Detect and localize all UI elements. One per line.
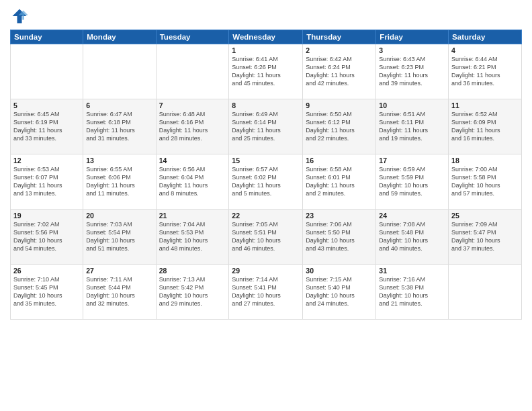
day-number: 12 xyxy=(13,156,80,165)
calendar-cell: 28Sunrise: 7:13 AM Sunset: 5:42 PM Dayli… xyxy=(156,265,229,320)
svg-marker-0 xyxy=(13,9,27,24)
day-number: 19 xyxy=(13,212,80,220)
day-number: 7 xyxy=(159,101,226,109)
day-number: 11 xyxy=(451,101,519,109)
calendar-cell: 9Sunrise: 6:50 AM Sunset: 6:12 PM Daylig… xyxy=(303,99,376,154)
day-info: Sunrise: 6:48 AM Sunset: 6:16 PM Dayligh… xyxy=(159,110,226,143)
weekday-header-thursday: Thursday xyxy=(303,30,376,44)
weekday-header-saturday: Saturday xyxy=(449,30,522,44)
day-number: 31 xyxy=(379,267,445,275)
calendar-cell: 22Sunrise: 7:05 AM Sunset: 5:51 PM Dayli… xyxy=(229,210,303,265)
day-info: Sunrise: 6:59 AM Sunset: 5:59 PM Dayligh… xyxy=(379,165,445,198)
day-info: Sunrise: 6:49 AM Sunset: 6:14 PM Dayligh… xyxy=(232,110,300,143)
calendar-cell: 13Sunrise: 6:55 AM Sunset: 6:06 PM Dayli… xyxy=(83,154,156,210)
calendar-cell: 10Sunrise: 6:51 AM Sunset: 6:11 PM Dayli… xyxy=(376,99,449,154)
calendar-cell: 7Sunrise: 6:48 AM Sunset: 6:16 PM Daylig… xyxy=(156,99,229,154)
day-info: Sunrise: 7:06 AM Sunset: 5:50 PM Dayligh… xyxy=(306,220,373,253)
calendar-cell: 1Sunrise: 6:41 AM Sunset: 6:26 PM Daylig… xyxy=(229,44,303,99)
calendar-cell: 24Sunrise: 7:08 AM Sunset: 5:48 PM Dayli… xyxy=(376,210,449,265)
day-info: Sunrise: 6:57 AM Sunset: 6:02 PM Dayligh… xyxy=(232,165,300,198)
calendar-cell: 27Sunrise: 7:11 AM Sunset: 5:44 PM Dayli… xyxy=(83,265,156,320)
weekday-header-monday: Monday xyxy=(83,30,156,44)
calendar-week-row: 26Sunrise: 7:10 AM Sunset: 5:45 PM Dayli… xyxy=(11,265,522,320)
calendar-cell: 25Sunrise: 7:09 AM Sunset: 5:47 PM Dayli… xyxy=(449,210,522,265)
day-number: 24 xyxy=(379,212,445,220)
day-number: 18 xyxy=(451,156,519,165)
day-number: 14 xyxy=(159,156,226,165)
day-info: Sunrise: 6:51 AM Sunset: 6:11 PM Dayligh… xyxy=(379,110,445,143)
day-number: 26 xyxy=(13,267,80,275)
day-number: 4 xyxy=(451,46,519,54)
calendar-cell: 23Sunrise: 7:06 AM Sunset: 5:50 PM Dayli… xyxy=(303,210,376,265)
day-info: Sunrise: 6:58 AM Sunset: 6:01 PM Dayligh… xyxy=(306,165,373,198)
day-info: Sunrise: 7:09 AM Sunset: 5:47 PM Dayligh… xyxy=(451,220,519,253)
day-number: 16 xyxy=(306,156,373,165)
weekday-header-tuesday: Tuesday xyxy=(156,30,229,44)
day-number: 3 xyxy=(379,46,445,54)
page-header xyxy=(10,7,522,26)
calendar-cell: 18Sunrise: 7:00 AM Sunset: 5:58 PM Dayli… xyxy=(449,154,522,210)
day-info: Sunrise: 6:56 AM Sunset: 6:04 PM Dayligh… xyxy=(159,165,226,198)
calendar-week-row: 5Sunrise: 6:45 AM Sunset: 6:19 PM Daylig… xyxy=(11,99,522,154)
day-info: Sunrise: 6:43 AM Sunset: 6:23 PM Dayligh… xyxy=(379,55,445,88)
calendar-cell xyxy=(449,265,522,320)
calendar-cell: 30Sunrise: 7:15 AM Sunset: 5:40 PM Dayli… xyxy=(303,265,376,320)
day-number: 29 xyxy=(232,267,300,275)
calendar-cell: 16Sunrise: 6:58 AM Sunset: 6:01 PM Dayli… xyxy=(303,154,376,210)
day-number: 28 xyxy=(159,267,226,275)
day-info: Sunrise: 6:41 AM Sunset: 6:26 PM Dayligh… xyxy=(232,55,300,88)
day-number: 9 xyxy=(306,101,373,109)
calendar-cell: 6Sunrise: 6:47 AM Sunset: 6:18 PM Daylig… xyxy=(83,99,156,154)
logo xyxy=(10,7,32,26)
day-info: Sunrise: 7:15 AM Sunset: 5:40 PM Dayligh… xyxy=(306,275,373,308)
day-number: 25 xyxy=(451,212,519,220)
calendar-cell: 2Sunrise: 6:42 AM Sunset: 6:24 PM Daylig… xyxy=(303,44,376,99)
day-number: 20 xyxy=(86,212,152,220)
calendar-cell xyxy=(156,44,229,99)
day-info: Sunrise: 6:42 AM Sunset: 6:24 PM Dayligh… xyxy=(306,55,373,88)
calendar-cell: 3Sunrise: 6:43 AM Sunset: 6:23 PM Daylig… xyxy=(376,44,449,99)
weekday-header-sunday: Sunday xyxy=(11,30,83,44)
day-info: Sunrise: 7:10 AM Sunset: 5:45 PM Dayligh… xyxy=(13,275,80,308)
day-info: Sunrise: 7:11 AM Sunset: 5:44 PM Dayligh… xyxy=(86,275,152,308)
weekday-header-row: SundayMondayTuesdayWednesdayThursdayFrid… xyxy=(11,30,522,44)
day-info: Sunrise: 7:05 AM Sunset: 5:51 PM Dayligh… xyxy=(232,220,300,253)
day-number: 10 xyxy=(379,101,445,109)
calendar-week-row: 19Sunrise: 7:02 AM Sunset: 5:56 PM Dayli… xyxy=(11,210,522,265)
day-info: Sunrise: 6:44 AM Sunset: 6:21 PM Dayligh… xyxy=(451,55,519,88)
calendar-cell: 11Sunrise: 6:52 AM Sunset: 6:09 PM Dayli… xyxy=(449,99,522,154)
day-number: 21 xyxy=(159,212,226,220)
calendar-cell: 17Sunrise: 6:59 AM Sunset: 5:59 PM Dayli… xyxy=(376,154,449,210)
day-number: 2 xyxy=(306,46,373,54)
day-number: 30 xyxy=(306,267,373,275)
day-info: Sunrise: 6:55 AM Sunset: 6:06 PM Dayligh… xyxy=(86,165,152,198)
day-info: Sunrise: 7:14 AM Sunset: 5:41 PM Dayligh… xyxy=(232,275,300,308)
day-info: Sunrise: 6:45 AM Sunset: 6:19 PM Dayligh… xyxy=(13,110,80,143)
day-info: Sunrise: 7:16 AM Sunset: 5:38 PM Dayligh… xyxy=(379,275,445,308)
day-info: Sunrise: 7:08 AM Sunset: 5:48 PM Dayligh… xyxy=(379,220,445,253)
calendar-table: SundayMondayTuesdayWednesdayThursdayFrid… xyxy=(10,30,522,320)
calendar-cell: 8Sunrise: 6:49 AM Sunset: 6:14 PM Daylig… xyxy=(229,99,303,154)
day-number: 17 xyxy=(379,156,445,165)
calendar-week-row: 1Sunrise: 6:41 AM Sunset: 6:26 PM Daylig… xyxy=(11,44,522,99)
calendar-cell: 5Sunrise: 6:45 AM Sunset: 6:19 PM Daylig… xyxy=(11,99,83,154)
day-info: Sunrise: 6:47 AM Sunset: 6:18 PM Dayligh… xyxy=(86,110,152,143)
calendar-cell: 21Sunrise: 7:04 AM Sunset: 5:53 PM Dayli… xyxy=(156,210,229,265)
calendar-week-row: 12Sunrise: 6:53 AM Sunset: 6:07 PM Dayli… xyxy=(11,154,522,210)
day-number: 8 xyxy=(232,101,300,109)
day-number: 5 xyxy=(13,101,80,109)
day-number: 22 xyxy=(232,212,300,220)
weekday-header-wednesday: Wednesday xyxy=(229,30,303,44)
day-info: Sunrise: 7:03 AM Sunset: 5:54 PM Dayligh… xyxy=(86,220,152,253)
day-info: Sunrise: 7:00 AM Sunset: 5:58 PM Dayligh… xyxy=(451,165,519,198)
day-number: 23 xyxy=(306,212,373,220)
weekday-header-friday: Friday xyxy=(376,30,449,44)
calendar-cell: 4Sunrise: 6:44 AM Sunset: 6:21 PM Daylig… xyxy=(449,44,522,99)
calendar-cell: 14Sunrise: 6:56 AM Sunset: 6:04 PM Dayli… xyxy=(156,154,229,210)
calendar-cell: 12Sunrise: 6:53 AM Sunset: 6:07 PM Dayli… xyxy=(11,154,83,210)
day-info: Sunrise: 7:13 AM Sunset: 5:42 PM Dayligh… xyxy=(159,275,226,308)
calendar-cell: 26Sunrise: 7:10 AM Sunset: 5:45 PM Dayli… xyxy=(11,265,83,320)
calendar-cell xyxy=(11,44,83,99)
day-info: Sunrise: 6:52 AM Sunset: 6:09 PM Dayligh… xyxy=(451,110,519,143)
day-number: 15 xyxy=(232,156,300,165)
